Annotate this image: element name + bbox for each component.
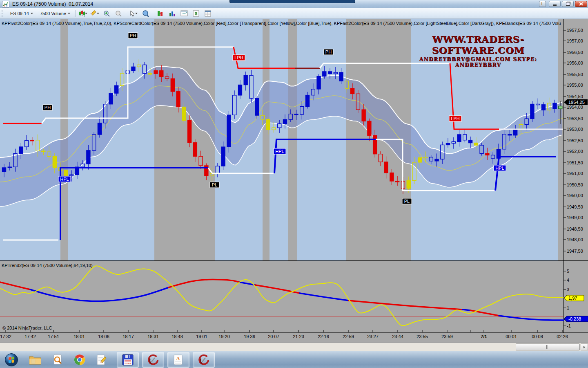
price-tick-label: 1957,50 bbox=[567, 28, 583, 33]
volume-icon bbox=[169, 10, 176, 17]
lower-tick-label: -1 bbox=[567, 323, 571, 328]
chart-canvas[interactable]: PHPHPHLPHLPHHPLHPLHPLPLPL1957,501957,001… bbox=[0, 19, 588, 343]
scrollbar-thumb[interactable] bbox=[516, 343, 580, 350]
time-tick-label: 00:01 bbox=[506, 334, 517, 339]
zoom-in-icon bbox=[103, 10, 110, 17]
candle bbox=[154, 71, 158, 74]
horizontal-scrollbar[interactable] bbox=[0, 343, 588, 351]
time-tick-label: 19:01 bbox=[196, 334, 207, 339]
chart-toolbar: ES 09-14 7500 Volume bbox=[0, 8, 588, 19]
candle bbox=[176, 92, 180, 107]
volume-panel-button[interactable] bbox=[168, 9, 177, 18]
bars-panel-button[interactable] bbox=[156, 9, 165, 18]
lock-button[interactable]: L bbox=[539, 1, 546, 7]
price-tick-label: 1953,50 bbox=[567, 116, 583, 121]
chart-window-button[interactable] bbox=[180, 9, 189, 18]
candle bbox=[87, 150, 90, 164]
candle bbox=[418, 158, 422, 162]
panel-divider[interactable] bbox=[0, 260, 588, 261]
bars-icon bbox=[157, 10, 164, 17]
account-button[interactable]: $ bbox=[192, 9, 200, 18]
chart-style-button[interactable] bbox=[78, 9, 87, 18]
candle bbox=[115, 85, 118, 93]
price-tick-label: 1949,00 bbox=[567, 215, 583, 220]
candle bbox=[553, 103, 557, 109]
drawing-tools-button[interactable] bbox=[90, 9, 99, 18]
taskbar-button-document[interactable]: A bbox=[167, 352, 189, 368]
price-tick-label: 1956,50 bbox=[567, 50, 583, 55]
candle bbox=[227, 115, 231, 147]
pivot-label-text: HPL bbox=[60, 177, 69, 182]
session-stripe bbox=[154, 19, 215, 261]
candle bbox=[148, 74, 152, 74]
candle bbox=[469, 140, 472, 143]
candle bbox=[182, 107, 186, 121]
scrollbar-right-arrow[interactable] bbox=[581, 343, 588, 350]
toolbar-separator bbox=[126, 10, 126, 17]
chevron-down-icon bbox=[31, 13, 33, 14]
time-tick-label: 18:48 bbox=[172, 334, 183, 339]
lower-tick-label: 3 bbox=[567, 287, 569, 292]
price-tick-label: 1955,50 bbox=[567, 72, 583, 77]
lower-tick-label: 1 bbox=[567, 305, 569, 310]
svg-text:A: A bbox=[176, 355, 180, 361]
zoom-out-button[interactable] bbox=[114, 9, 123, 18]
session-stripe bbox=[558, 19, 564, 261]
candle bbox=[373, 135, 377, 154]
time-tick-label: 17:42 bbox=[24, 334, 36, 339]
time-tick-label: 22:59 bbox=[343, 334, 354, 339]
time-tick-label: 18:31 bbox=[147, 334, 159, 339]
candle bbox=[339, 72, 343, 81]
notepad-icon[interactable] bbox=[96, 354, 108, 366]
chrome-icon[interactable] bbox=[74, 354, 86, 366]
price-tick-label: 1953,00 bbox=[567, 127, 583, 132]
candle bbox=[64, 171, 68, 176]
restore-icon bbox=[566, 2, 570, 6]
data-box-button[interactable] bbox=[141, 9, 150, 18]
cursor-button[interactable] bbox=[129, 9, 138, 18]
start-button[interactable] bbox=[4, 352, 19, 367]
toolbar-separator bbox=[75, 10, 76, 17]
time-tick-label: 23:44 bbox=[392, 334, 403, 339]
candle bbox=[8, 167, 11, 168]
interval-dropdown[interactable]: 7500 Volume bbox=[38, 10, 72, 17]
candle bbox=[559, 106, 562, 109]
candle bbox=[396, 181, 399, 182]
restore-button[interactable] bbox=[562, 1, 574, 7]
pivot-label-text: PH bbox=[325, 49, 332, 54]
explorer-icon[interactable] bbox=[29, 354, 42, 366]
background-window-tab[interactable] bbox=[229, 0, 355, 3]
instrument-dropdown[interactable]: ES 09-14 bbox=[8, 10, 35, 17]
window-title: ES 09-14 (7500 Volume) 01.07.2014 bbox=[12, 1, 93, 7]
close-button[interactable] bbox=[575, 1, 587, 7]
chevron-down-icon bbox=[85, 13, 87, 14]
session-stripe bbox=[263, 19, 270, 261]
interval-label: 7500 Volume bbox=[40, 11, 66, 16]
pivot-label-text: PL bbox=[212, 182, 217, 187]
last-price-label: 1954,25 bbox=[568, 100, 585, 105]
time-tick-label: 19:36 bbox=[244, 334, 255, 339]
magnifier-icon bbox=[142, 10, 149, 17]
search-icon[interactable] bbox=[51, 354, 64, 366]
grid-button[interactable] bbox=[203, 9, 212, 18]
candle bbox=[351, 88, 354, 94]
zoom-in-button[interactable] bbox=[102, 9, 111, 18]
minimize-button[interactable] bbox=[549, 1, 561, 7]
ninjatrader-icon bbox=[147, 354, 159, 366]
candle bbox=[390, 173, 394, 181]
candle bbox=[53, 157, 56, 168]
time-tick-label: 02:26 bbox=[557, 334, 568, 339]
toolbar-grip[interactable] bbox=[2, 10, 4, 17]
candle bbox=[317, 76, 321, 89]
taskbar-button-ninjatrader[interactable] bbox=[142, 352, 164, 368]
price-tick-label: 1950,00 bbox=[567, 193, 583, 198]
taskbar-button-ninjatrader-2[interactable] bbox=[193, 352, 215, 368]
price-tick-label: 1951,50 bbox=[567, 160, 583, 165]
candle bbox=[530, 104, 534, 119]
candle bbox=[2, 168, 6, 172]
time-tick-label: 18:01 bbox=[74, 334, 85, 339]
candle bbox=[407, 181, 410, 188]
toolbar-separator bbox=[153, 10, 153, 17]
taskbar-button-floppy[interactable]: 64 bbox=[117, 352, 139, 368]
candle bbox=[368, 121, 371, 135]
